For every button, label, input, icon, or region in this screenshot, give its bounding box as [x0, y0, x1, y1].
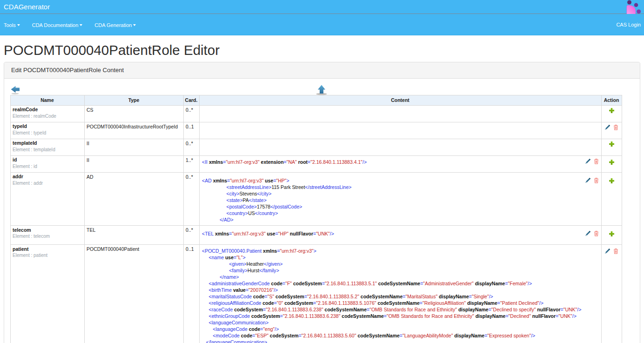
cell-name: realmCodeElement : realmCode	[10, 105, 84, 122]
trash-icon[interactable]	[593, 177, 599, 183]
row-actions	[609, 159, 615, 165]
menu-link-tools[interactable]: Tools	[4, 22, 20, 28]
menu-link-cda-documentation[interactable]: CDA Documentation	[32, 22, 83, 28]
trash-icon[interactable]	[593, 158, 599, 164]
cell-action	[601, 122, 622, 139]
content-actions	[585, 230, 599, 236]
cell-cardinality: 0..1	[183, 245, 199, 343]
cell-action	[601, 172, 622, 226]
cell-content: <AD xmlns="urn:hl7-org:v3" use="HP"> <st…	[199, 172, 601, 226]
trash-icon[interactable]	[593, 230, 599, 236]
table-row-telecom: telecomElement : telecomTEL0..*<TEL xmln…	[10, 226, 622, 245]
edit-panel: Edit POCDMT000040PatientRole Content	[4, 62, 640, 343]
cell-content	[199, 105, 601, 122]
up-arrow-icon[interactable]	[315, 85, 328, 95]
table-row-patient: patientElement : patientPOCDMT000040Pati…	[10, 245, 622, 343]
element-subtitle: Element : telecom	[13, 233, 82, 239]
pencil-icon[interactable]	[585, 158, 591, 164]
brand-link[interactable]: CDAGenerator	[4, 0, 50, 13]
cell-content	[199, 122, 601, 139]
menu-list: ToolsCDA DocumentationCDA Generation	[0, 20, 148, 29]
column-header-content: Content	[199, 95, 601, 105]
pencil-icon[interactable]	[585, 177, 591, 183]
cell-cardinality: 0..1	[183, 122, 199, 139]
cell-name: telecomElement : telecom	[10, 226, 84, 245]
element-name: telecom	[13, 227, 82, 234]
table-row-addr: addrElement : addrAD0..*<AD xmlns="urn:h…	[10, 172, 622, 226]
cell-cardinality: 0..*	[183, 172, 199, 226]
menu-item: CDA Documentation	[32, 20, 83, 29]
element-name: patient	[13, 246, 82, 253]
cell-cardinality: 0..*	[183, 226, 199, 245]
xml-content: <POCD_MT000040.Patient xmlns="urn:hl7-or…	[202, 248, 581, 343]
cell-type: CS	[84, 105, 183, 122]
column-header-type: Type	[84, 95, 183, 105]
cell-action	[601, 139, 622, 155]
xml-content: <II xmlns="urn:hl7-org:v3" extension="NA…	[202, 159, 367, 165]
main-menu-bar: ToolsCDA DocumentationCDA Generation CAS…	[0, 14, 644, 35]
caret-down-icon	[17, 24, 20, 26]
pencil-icon[interactable]	[604, 248, 610, 254]
plus-icon[interactable]	[609, 108, 615, 114]
cell-name: addrElement : addr	[10, 172, 84, 226]
caret-down-icon	[133, 24, 136, 26]
row-actions	[604, 124, 619, 130]
cell-action	[601, 105, 622, 122]
cell-type: TEL	[84, 226, 183, 245]
back-arrow-icon[interactable]	[11, 86, 20, 95]
cas-login-link[interactable]: CAS Login	[616, 22, 644, 27]
row-actions	[604, 248, 619, 254]
xml-content: <AD xmlns="urn:hl7-org:v3" use="HP"> <st…	[202, 178, 351, 222]
caret-down-icon	[80, 24, 82, 26]
cell-content	[199, 139, 601, 155]
element-name: addr	[13, 174, 82, 180]
panel-heading: Edit POCDMT000040PatientRole Content	[4, 62, 640, 79]
cell-cardinality: 0..*	[183, 139, 199, 155]
table-row-typeId: typeIdElement : typeIdPOCDMT000040Infras…	[10, 122, 622, 139]
cell-type: II	[84, 139, 183, 155]
plus-icon[interactable]	[609, 141, 615, 147]
column-header-card: Card.	[183, 95, 199, 105]
column-header-action: Action	[601, 95, 622, 105]
cell-name: typeIdElement : typeId	[10, 122, 84, 139]
row-actions	[609, 108, 615, 114]
trash-icon[interactable]	[613, 248, 619, 254]
element-subtitle: Element : typeId	[13, 130, 82, 136]
element-subtitle: Element : realmCode	[13, 113, 82, 119]
cell-type: POCDMT000040Patient	[84, 245, 183, 343]
table-body: realmCodeElement : realmCodeCS0..*typeId…	[10, 105, 622, 343]
cell-content: <POCD_MT000040.Patient xmlns="urn:hl7-or…	[199, 245, 601, 343]
menu-link-cda-generation[interactable]: CDA Generation	[94, 22, 136, 28]
content-actions	[585, 177, 599, 183]
plus-icon[interactable]	[609, 178, 615, 184]
cell-name: patientElement : patient	[10, 245, 84, 343]
element-subtitle: Element : addr	[13, 180, 82, 186]
element-name: typeId	[13, 123, 82, 130]
column-header-name: Name	[10, 95, 84, 105]
toolbar	[10, 85, 634, 95]
cell-content: <II xmlns="urn:hl7-org:v3" extension="NA…	[199, 155, 601, 172]
plus-icon[interactable]	[609, 231, 615, 237]
element-name: id	[13, 157, 82, 163]
app-logo-icon	[623, 0, 644, 14]
elements-table: NameTypeCard.ContentAction realmCodeElem…	[10, 95, 622, 343]
menu-item: CDA Generation	[94, 20, 136, 29]
table-row-realmCode: realmCodeElement : realmCodeCS0..*	[10, 105, 622, 122]
cell-action	[601, 226, 622, 245]
table-row-templateId: templateIdElement : templateIdII0..*	[10, 139, 622, 155]
page-title: POCDMT000040PatientRole Editor	[4, 43, 640, 57]
plus-icon[interactable]	[609, 159, 615, 165]
element-subtitle: Element : id	[13, 163, 82, 169]
top-brand-bar: CDAGenerator	[0, 0, 644, 14]
row-actions	[609, 178, 615, 184]
cell-type: AD	[84, 172, 183, 226]
menu-item: Tools	[4, 20, 20, 29]
cell-content: <TEL xmlns="urn:hl7-org:v3" use="HP" nul…	[199, 226, 601, 245]
pencil-icon[interactable]	[585, 230, 591, 236]
cell-name: idElement : id	[10, 155, 84, 172]
trash-icon[interactable]	[613, 124, 619, 130]
row-actions	[609, 231, 615, 237]
element-subtitle: Element : templateId	[13, 147, 82, 153]
pencil-icon[interactable]	[604, 124, 610, 130]
element-name: realmCode	[13, 107, 82, 113]
